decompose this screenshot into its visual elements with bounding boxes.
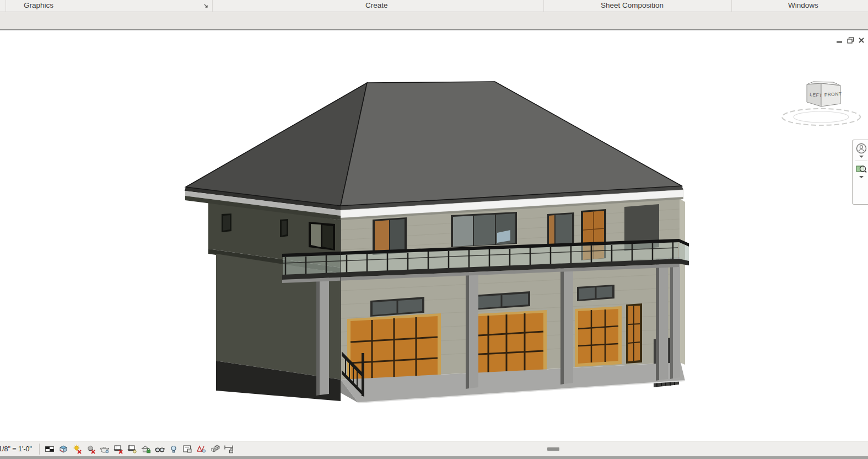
reveal-constraints-icon[interactable] (224, 444, 234, 454)
panel-label-create[interactable]: Create (365, 1, 388, 9)
view-scale-button[interactable]: 1/8" = 1'-0" (0, 445, 39, 453)
zoom-region-icon[interactable] (855, 163, 867, 175)
revit-application-window: Graphics Create Sheet Composition Window… (0, 0, 868, 459)
panel-divider (731, 0, 732, 12)
window-bottom-edge (0, 456, 868, 459)
panel-divider (6, 0, 6, 12)
view-window-controls (835, 36, 868, 45)
crop-view-icon[interactable] (114, 444, 123, 454)
restore-icon[interactable] (847, 36, 854, 44)
panel-label-graphics[interactable]: Graphics (24, 1, 53, 9)
navbar-divider (855, 161, 867, 161)
temporary-view-properties-icon[interactable] (182, 444, 192, 454)
view-control-icons (45, 444, 234, 454)
panel-divider (543, 0, 544, 12)
horizontal-scrollbar-thumb[interactable] (547, 447, 559, 451)
show-crop-region-icon[interactable] (127, 444, 137, 454)
locked-3d-view-icon[interactable] (141, 444, 151, 454)
panel-label-sheet-composition[interactable]: Sheet Composition (601, 1, 664, 9)
status-divider (39, 444, 40, 455)
minimize-icon[interactable] (835, 36, 843, 44)
panel-label-windows[interactable]: Windows (788, 1, 818, 9)
steering-wheel-icon[interactable] (855, 142, 867, 154)
panel-divider (212, 0, 213, 12)
model-side-entry-door[interactable] (626, 303, 642, 364)
viewcube[interactable]: LEFT FRONT (779, 77, 863, 128)
steering-wheel-dropdown-icon[interactable] (859, 156, 864, 158)
sun-path-icon[interactable] (72, 444, 82, 454)
model-roof[interactable] (185, 82, 683, 220)
close-icon[interactable] (858, 36, 865, 44)
visual-style-icon[interactable] (58, 444, 68, 454)
show-rendering-dialog-icon[interactable] (100, 444, 110, 454)
zoom-dropdown-icon[interactable] (859, 176, 864, 178)
ribbon-panel-label-row: Graphics Create Sheet Composition Window… (0, 0, 868, 12)
analytical-model-visibility-icon[interactable] (196, 444, 206, 454)
highlight-displacement-sets-icon[interactable] (210, 444, 220, 454)
3d-model-view[interactable] (0, 31, 868, 441)
shadows-icon[interactable] (86, 444, 96, 454)
model-garage-door-3[interactable] (575, 306, 622, 367)
reveal-hidden-elements-icon[interactable] (169, 444, 179, 454)
graphics-dialog-launcher-icon[interactable] (203, 3, 209, 9)
navigation-bar (852, 140, 868, 205)
viewcube-left-label[interactable]: LEFT (810, 92, 823, 98)
view-control-bar: 1/8" = 1'-0" (0, 441, 868, 456)
temporary-hide-isolate-icon[interactable] (155, 444, 165, 454)
options-bar (0, 12, 868, 30)
drawing-area[interactable]: LEFT FRONT (0, 31, 868, 441)
detail-level-icon[interactable] (45, 444, 55, 454)
